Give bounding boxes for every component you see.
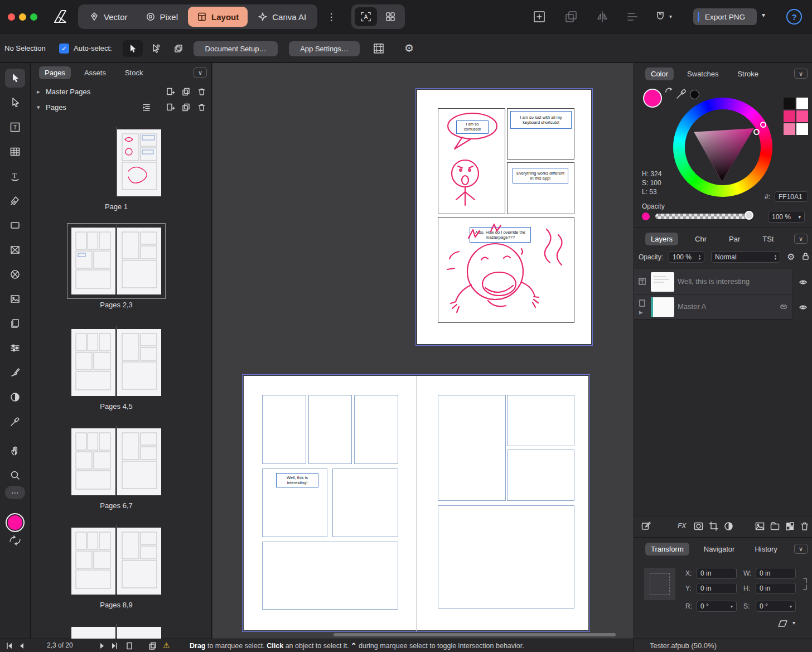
page-thumbnail-1[interactable]: Page 1 xyxy=(71,129,161,196)
tab-layers[interactable]: Layers xyxy=(645,233,678,245)
alignment-button[interactable] xyxy=(626,10,639,23)
apply-master-icon[interactable] xyxy=(142,103,151,112)
transform-panel-menu-chevron[interactable]: ∨ xyxy=(794,544,808,554)
pages-panel-menu-chevron[interactable]: ∨ xyxy=(194,67,207,78)
add-page-icon[interactable] xyxy=(166,103,175,112)
mask-icon[interactable] xyxy=(693,521,704,532)
page-thumbnail-2-3[interactable]: Pages 2,3 xyxy=(71,228,161,294)
swatch[interactable] xyxy=(784,98,795,109)
auto-select-checkbox[interactable]: ✓ xyxy=(59,44,69,54)
vector-brush-tool[interactable] xyxy=(5,363,25,382)
empty-panel-frame[interactable] xyxy=(262,542,398,610)
hex-input[interactable]: FF10A1 xyxy=(775,191,808,202)
zoom-tool[interactable] xyxy=(5,466,25,485)
edit-layer-icon[interactable] xyxy=(641,521,651,532)
page-thumbnail-8-9[interactable]: Pages 8,9 xyxy=(71,528,161,595)
persona-vector[interactable]: Vector xyxy=(80,4,137,29)
master-pages-collapse-chevron[interactable]: ▸ xyxy=(37,88,45,95)
text-frame-well-interesting[interactable]: Well, this is interesting! xyxy=(276,473,318,487)
adjustments-tool[interactable] xyxy=(5,339,25,358)
swatch[interactable] xyxy=(796,123,808,135)
tab-stroke[interactable]: Stroke xyxy=(732,67,764,80)
single-page-view-button[interactable] xyxy=(125,641,134,650)
snapping-dropdown-chevron[interactable]: ▾ xyxy=(669,13,672,20)
crop-layer-icon[interactable] xyxy=(708,521,719,532)
layers-panel-menu-chevron[interactable]: ∨ xyxy=(794,234,808,244)
publication-pages-tool[interactable] xyxy=(5,314,25,333)
tab-history[interactable]: History xyxy=(749,543,782,556)
persona-layout[interactable]: Layout xyxy=(188,7,248,27)
rectangle-tool[interactable] xyxy=(5,216,25,235)
pages-collapse-chevron[interactable]: ▾ xyxy=(37,104,45,111)
export-png-button[interactable]: Export PNG xyxy=(693,8,757,25)
empty-panel-frame[interactable] xyxy=(507,395,574,446)
preflight-warning-icon[interactable]: ⚠ xyxy=(163,641,170,650)
tab-pages[interactable]: Pages xyxy=(39,66,71,79)
anchor-selector[interactable] xyxy=(644,568,675,600)
duplicate-page-icon[interactable] xyxy=(181,103,191,112)
horizontal-scrollbar[interactable] xyxy=(334,633,616,636)
tab-navigator[interactable]: Navigator xyxy=(698,543,741,556)
link-dimensions-icon[interactable] xyxy=(801,576,808,592)
blend-mode-dropdown[interactable]: Normal ▴▾ xyxy=(711,251,780,263)
frame-text-tool[interactable]: T xyxy=(5,118,25,137)
blend-ranges-icon[interactable] xyxy=(723,521,734,532)
delete-page-icon[interactable] xyxy=(197,103,206,112)
fill-color-well[interactable] xyxy=(643,89,662,108)
empty-panel-frame[interactable] xyxy=(332,469,398,537)
document-pages-2-3[interactable]: Well, this is interesting! xyxy=(244,376,588,630)
tab-tst[interactable]: TSt xyxy=(757,233,779,245)
add-master-page-icon[interactable] xyxy=(166,87,175,96)
rotation-input[interactable]: 0 °▾ xyxy=(697,601,737,612)
document-page-1[interactable]: I am so confused! I am so lost with all … xyxy=(417,90,591,344)
add-adjustment-icon[interactable] xyxy=(785,521,795,532)
duplicate-master-page-icon[interactable] xyxy=(181,87,191,96)
color-panel-menu-chevron[interactable]: ∨ xyxy=(794,69,808,79)
tab-assets[interactable]: Assets xyxy=(79,66,112,79)
style-picker-tool[interactable] xyxy=(5,412,25,431)
color-picker-eyedropper-icon[interactable] xyxy=(675,88,688,100)
swatch[interactable] xyxy=(796,110,808,122)
tab-color[interactable]: Color xyxy=(645,67,674,80)
tab-par[interactable]: Par xyxy=(723,233,746,245)
flip-horizontal-button[interactable] xyxy=(596,10,609,23)
layer-row-master-a[interactable]: ▸ Master A xyxy=(634,294,812,320)
margins-guides-button[interactable] xyxy=(373,42,385,55)
hsl-color-wheel[interactable] xyxy=(673,98,772,197)
first-page-button[interactable] xyxy=(6,642,13,650)
hand-tool[interactable] xyxy=(5,441,25,460)
text-frame[interactable]: Everything works different in this app! xyxy=(513,168,568,183)
next-page-button[interactable] xyxy=(98,642,106,650)
tab-transform[interactable]: Transform xyxy=(645,543,689,556)
page-thumbnail-partial[interactable] xyxy=(71,627,161,639)
snapping-magnet-button[interactable] xyxy=(654,10,667,23)
empty-panel-frame[interactable] xyxy=(262,395,306,464)
opacity-value-dropdown[interactable]: 100 % ▾ xyxy=(768,211,805,223)
select-cursor-button[interactable] xyxy=(123,40,143,57)
delete-master-page-icon[interactable] xyxy=(197,87,206,96)
swatch[interactable] xyxy=(796,98,808,109)
swatch[interactable] xyxy=(784,110,795,122)
active-color-indicator[interactable] xyxy=(5,511,25,534)
sl-selector-dot[interactable] xyxy=(753,129,760,135)
swatch[interactable] xyxy=(784,123,795,135)
previous-page-button[interactable] xyxy=(18,642,26,650)
empty-panel-frame[interactable] xyxy=(507,450,574,501)
resize-document-button[interactable] xyxy=(533,10,546,23)
shear-input[interactable]: 0 °▾ xyxy=(756,601,796,612)
place-image-tool[interactable] xyxy=(5,289,25,308)
persona-pixel[interactable]: Pixel xyxy=(137,4,187,29)
layer-visibility-toggle[interactable] xyxy=(792,294,812,320)
close-window-button[interactable] xyxy=(8,13,15,21)
add-group-icon[interactable] xyxy=(770,521,780,532)
picture-frame-ellipse-tool[interactable] xyxy=(5,265,25,284)
stroke-color-well[interactable] xyxy=(690,90,699,99)
duplicate-button[interactable] xyxy=(564,10,578,23)
artistic-text-tool[interactable]: T xyxy=(5,167,25,186)
spread-page-1[interactable]: I am so confused! I am so lost with all … xyxy=(415,88,593,346)
preferences-gear-button[interactable]: ⚙ xyxy=(404,42,414,55)
more-tools-button[interactable]: ⋯ xyxy=(5,486,25,499)
app-settings-button[interactable]: App Settings… xyxy=(289,41,360,56)
page-thumbnail-6-7[interactable]: Pages 6,7 xyxy=(71,428,161,495)
delete-layer-icon[interactable] xyxy=(799,521,810,532)
